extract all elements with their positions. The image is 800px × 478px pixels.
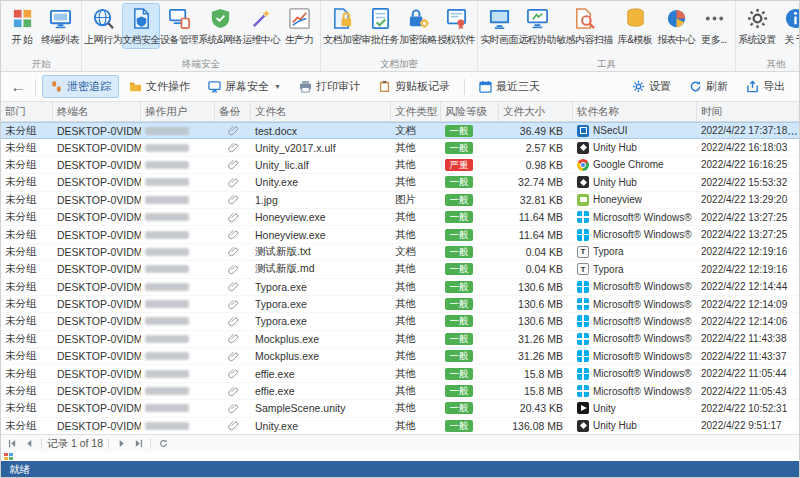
app-name-text: Microsoft® Windows® Oper...	[593, 368, 693, 379]
table-row[interactable]: 未分组 DESKTOP-0VIDMDJ Honeyview.exe 其他 一般 …	[1, 226, 799, 243]
ribbon-item-remote-assist[interactable]: 远程协助	[518, 3, 556, 49]
ribbon-item-document-encryption[interactable]: 文档加密	[323, 3, 361, 49]
paperclip-icon[interactable]	[228, 420, 239, 431]
ribbon-item-approval-tasks[interactable]: 审批任务	[361, 3, 399, 49]
paperclip-icon[interactable]	[228, 229, 239, 240]
paperclip-icon[interactable]	[228, 177, 239, 188]
paperclip-icon[interactable]	[228, 212, 239, 223]
toolbar-button-print-audit[interactable]: 打印审计	[291, 75, 368, 98]
table-row[interactable]: 未分组 DESKTOP-0VIDMDJ Unity.exe 其他 一般 136.…	[1, 418, 799, 434]
paperclip-icon[interactable]	[228, 159, 239, 170]
toolbar-button-leak-trace[interactable]: 泄密追踪	[42, 75, 119, 98]
paperclip-icon[interactable]	[228, 194, 239, 205]
ribbon-item-licensed-software[interactable]: 授权软件	[437, 3, 475, 49]
ribbon-item-internet-behavior[interactable]: 上网行为	[84, 3, 122, 49]
paperclip-icon[interactable]	[228, 281, 239, 292]
operator-redacted-text	[145, 283, 189, 291]
pager-next-button[interactable]	[114, 437, 128, 450]
column-header-filetype[interactable]: 文件类型	[391, 102, 441, 121]
column-header-risk-level[interactable]: 风险等级	[441, 102, 499, 121]
pager-separator	[108, 438, 109, 449]
table-row[interactable]: 未分组 DESKTOP-0VIDMDJ Unity_v2017.x.ulf 其他…	[1, 139, 799, 156]
ribbon-item-sensitive-content-scan[interactable]: 敏感内容扫描	[556, 3, 613, 49]
table-row[interactable]: 未分组 DESKTOP-0VIDMDJ Mockplus.exe 其他 一般 3…	[1, 348, 799, 365]
settings-button[interactable]: 设置	[624, 75, 679, 98]
table-row[interactable]: 未分组 DESKTOP-0VIDMDJ SampleScene.unity 其他…	[1, 400, 799, 417]
toolbar-button-screen-security[interactable]: 屏幕安全 ▼	[200, 75, 289, 98]
paperclip-icon[interactable]	[228, 264, 239, 275]
table-row[interactable]: 未分组 DESKTOP-0VIDMDJ Unity.exe 其他 一般 32.7…	[1, 174, 799, 191]
pager-first-button[interactable]	[5, 437, 19, 450]
cell-risk-level: 一般	[441, 313, 499, 329]
ribbon-item-encryption-policy[interactable]: 加密策略	[399, 3, 437, 49]
ribbon-item-about[interactable]: 关 于	[776, 3, 799, 49]
ribbon-item-productivity[interactable]: 生产力	[280, 3, 318, 49]
paperclip-icon[interactable]	[228, 246, 239, 257]
toolbar-button-file-operations[interactable]: 文件操作	[121, 75, 198, 98]
cell-time: 2022/4/22 11:05:44	[697, 365, 799, 381]
cell-terminal: DESKTOP-0VIDMDJ	[53, 418, 141, 434]
cell-backup	[215, 418, 251, 434]
table-row[interactable]: 未分组 DESKTOP-0VIDMDJ Unity_lic.alf 其他 严重 …	[1, 157, 799, 174]
ribbon-item-start[interactable]: 开 始	[3, 3, 41, 49]
paperclip-icon[interactable]	[228, 142, 239, 153]
table-row[interactable]: 未分组 DESKTOP-0VIDMDJ 测试新版.txt 文档 一般 0.04 …	[1, 244, 799, 261]
export-button[interactable]: 导出	[738, 75, 793, 98]
cell-operator	[141, 174, 215, 190]
paperclip-icon[interactable]	[228, 403, 239, 414]
ribbon-item-document-security[interactable]: 文档安全	[122, 3, 160, 49]
operator-redacted-text	[145, 404, 189, 412]
toolbar-button-date-filter[interactable]: 最近三天	[471, 75, 548, 98]
ribbon-item-system-network[interactable]: 系统&网络	[198, 3, 242, 49]
column-header-time[interactable]: 时间	[697, 102, 800, 121]
back-button[interactable]: ←	[7, 78, 29, 95]
ribbon-item-library-templates[interactable]: 库&模板	[613, 3, 657, 49]
toolbar-button-clipboard-records[interactable]: 剪贴板记录	[370, 75, 458, 98]
column-header-operator[interactable]: 操作用户	[141, 102, 215, 121]
cell-backup	[215, 296, 251, 312]
table-row[interactable]: 未分组 DESKTOP-0VIDMDJ 测试新版.md 其他 一般 0.04 K…	[1, 261, 799, 278]
paperclip-icon[interactable]	[228, 386, 239, 397]
system-network-icon	[208, 6, 233, 31]
paperclip-icon[interactable]	[228, 125, 239, 136]
column-header-terminal[interactable]: 终端名	[53, 102, 141, 121]
ribbon-item-terminal-list[interactable]: 终端列表	[41, 3, 79, 49]
cell-backup	[215, 139, 251, 155]
column-header-software[interactable]: 软件名称	[573, 102, 697, 121]
cell-risk-level: 一般	[441, 296, 499, 312]
time-text: 2022/4/22 12:19:16	[701, 246, 787, 257]
paperclip-icon[interactable]	[228, 333, 239, 344]
column-header-backup[interactable]: 备份	[215, 102, 251, 121]
table-row[interactable]: 未分组 DESKTOP-0VIDMDJ effie.exe 其他 一般 15.8…	[1, 365, 799, 382]
ribbon-item-realtime-screen[interactable]: 实时画面	[480, 3, 518, 49]
table-row[interactable]: 未分组 DESKTOP-0VIDMDJ test.docx 文档 一般 36.4…	[1, 122, 799, 139]
paperclip-icon[interactable]	[228, 368, 239, 379]
app-icon	[577, 350, 589, 362]
ribbon-item-report-center[interactable]: 报表中心	[657, 3, 695, 49]
cell-software: Unity Hub	[573, 174, 697, 190]
ribbon-item-ops-center[interactable]: 运维中心	[242, 3, 280, 49]
table-row[interactable]: 未分组 DESKTOP-0VIDMDJ Typora.exe 其他 一般 130…	[1, 313, 799, 330]
column-header-filesize[interactable]: 文件大小	[499, 102, 573, 121]
ribbon-item-system-settings[interactable]: 系统设置	[738, 3, 776, 49]
cell-terminal: DESKTOP-0VIDMDJ	[53, 296, 141, 312]
paperclip-icon[interactable]	[228, 299, 239, 310]
table-row[interactable]: 未分组 DESKTOP-0VIDMDJ Typora.exe 其他 一般 130…	[1, 279, 799, 296]
table-row[interactable]: 未分组 DESKTOP-0VIDMDJ Mockplus.exe 其他 一般 3…	[1, 331, 799, 348]
refresh-button[interactable]: 刷新	[681, 75, 736, 98]
table-row[interactable]: 未分组 DESKTOP-0VIDMDJ effie.exe 其他 一般 15.8…	[1, 383, 799, 400]
paperclip-icon[interactable]	[228, 316, 239, 327]
pager-prev-button[interactable]	[22, 437, 36, 450]
pager-last-button[interactable]	[131, 437, 145, 450]
paperclip-icon[interactable]	[228, 351, 239, 362]
cell-backup	[215, 279, 251, 295]
table-row[interactable]: 未分组 DESKTOP-0VIDMDJ Honeyview.exe 其他 一般 …	[1, 209, 799, 226]
ribbon-item-more[interactable]: 更多...	[695, 3, 733, 49]
column-header-filename[interactable]: 文件名	[251, 102, 391, 121]
table-row[interactable]: 未分组 DESKTOP-0VIDMDJ Typora.exe 其他 一般 130…	[1, 296, 799, 313]
ribbon-item-device-management[interactable]: 设备管理	[160, 3, 198, 49]
pager-refresh-button[interactable]	[156, 437, 170, 450]
column-header-department[interactable]: 部门	[1, 102, 53, 121]
row-more-button[interactable]: …	[787, 125, 798, 137]
table-row[interactable]: 未分组 DESKTOP-0VIDMDJ 1.jpg 图片 一般 32.81 KB…	[1, 192, 799, 209]
